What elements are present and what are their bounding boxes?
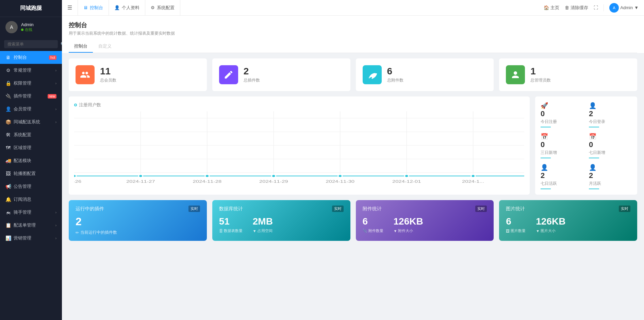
sidebar-item-label: 配送单管理 <box>14 222 53 228</box>
sidebar-item-label: 骑手管理 <box>14 209 53 215</box>
chart-legend: 注册用户数 <box>74 102 524 108</box>
search-input[interactable] <box>7 42 59 47</box>
image-stats-badge: 实时 <box>619 206 630 212</box>
plugins-label: 总插件数 <box>244 77 260 83</box>
login-icon: 👤 <box>589 102 632 109</box>
admins-label: 总管理员数 <box>530 77 551 83</box>
sidebar-item-rider[interactable]: 🏍 骑手管理 › <box>0 206 62 219</box>
svg-point-14 <box>271 175 276 177</box>
stat-divider <box>589 127 599 127</box>
attachment-size-icon: ▼ <box>394 229 397 233</box>
plugin-desc-icon: ✏ <box>76 230 79 235</box>
mid-row: 注册用户数 <box>69 96 637 195</box>
sidebar-item-notice[interactable]: 📢 公告管理 <box>0 180 62 193</box>
sidebar-item-deliverymod[interactable]: 🚚 配送模块 <box>0 154 62 167</box>
stat-card-members: 11 总会员数 <box>69 58 207 91</box>
stat-info-members: 11 总会员数 <box>100 67 116 83</box>
topbar-avatar: A <box>609 3 619 13</box>
svg-text:2024-11-27: 2024-11-27 <box>126 179 155 184</box>
sidebar-item-label: 控制台 <box>14 54 46 60</box>
topbar: ☰ 🖥 控制台 👤 个人资料 ⚙ 系统配置 🏠 主页 <box>62 0 644 16</box>
sidebar-item-dashboard[interactable]: 🖥 控制台 hot <box>0 51 62 64</box>
sidebar-item-label: 插件管理 <box>14 93 45 99</box>
calendar2-icon: 📅 <box>589 133 632 140</box>
plugin-icon: 🔌 <box>5 93 11 99</box>
today-register-num: 0 <box>541 109 583 118</box>
page-desc: 用于展示当前系统中的统计数据、统计报表及重要实时数据 <box>69 31 637 36</box>
user-menu[interactable]: A Admin ▼ <box>609 3 639 13</box>
tab-dashboard[interactable]: 控制台 <box>69 40 93 53</box>
sidebar-item-label: 轮播图配置 <box>14 171 56 177</box>
rocket-icon: 🚀 <box>541 102 583 109</box>
home-icon: 🏠 <box>544 5 549 10</box>
month-active-num: 2 <box>589 171 632 180</box>
three-day-label: 三日新增 <box>541 150 583 156</box>
members-label: 总会员数 <box>100 77 116 83</box>
sidebar-item-marketing[interactable]: 📊 营销管理 › <box>0 232 62 245</box>
sidebar-item-label: 会员管理 <box>14 106 53 112</box>
topbar-tab-profile[interactable]: 👤 个人资料 <box>109 0 145 16</box>
stat-card-admins: 1 总管理员数 <box>499 58 637 91</box>
members-icon-bg <box>76 65 95 84</box>
sidebar-user: A Admin 在线 <box>0 17 62 37</box>
menu-toggle-icon[interactable]: ☰ <box>67 4 72 11</box>
svg-point-15 <box>338 175 342 177</box>
today-login-num: 2 <box>589 109 632 118</box>
user2-icon: 👤 <box>541 164 583 171</box>
running-plugins-title: 运行中的插件 <box>76 206 104 212</box>
image-count: 6 🖼 图片数量 <box>506 216 526 233</box>
topbar-tab-dashboard[interactable]: 🖥 控制台 <box>78 0 109 16</box>
search-box[interactable]: 🔍 <box>4 40 58 48</box>
sidebar-item-label: 配送模块 <box>14 158 56 164</box>
plugins-icon-bg <box>219 65 238 84</box>
tab-custom[interactable]: 自定义 <box>93 40 117 53</box>
right-stat-7day-active: 👤 2 七日活跃 <box>541 164 583 189</box>
attachments-label: 总附件数 <box>387 77 403 83</box>
rider-icon: 🏍 <box>5 210 11 215</box>
sidebar-item-delivery[interactable]: 📦 同城配送系统 › <box>0 115 62 128</box>
user-info: Admin 在线 <box>21 22 34 32</box>
sidebar-item-permission[interactable]: 🔒 权限管理 › <box>0 77 62 90</box>
image-stats-title: 图片统计 <box>506 206 525 212</box>
topbar-tabs: 🖥 控制台 👤 个人资料 ⚙ 系统配置 <box>78 0 180 16</box>
svg-text:2024-1...: 2024-1... <box>462 179 484 184</box>
attachments-number: 6 <box>387 67 403 76</box>
three-day-num: 0 <box>541 140 583 149</box>
user-name: Admin <box>21 22 34 27</box>
bottom-card-header: 图片统计 实时 <box>506 206 630 212</box>
sidebar-item-label: 订阅消息 <box>14 196 56 202</box>
attachment-stats-pair: 6 📎 附件数量 126KB ▼ 附件大小 <box>363 216 487 233</box>
sidebar-item-deliveryorder[interactable]: 📋 配送单管理 › <box>0 219 62 232</box>
home-button[interactable]: 🏠 主页 <box>544 5 559 11</box>
svg-text:2024-11-30: 2024-11-30 <box>326 179 355 184</box>
chevron-right-icon: › <box>55 120 56 124</box>
stat-divider <box>589 189 599 189</box>
sidebar-item-general[interactable]: ⚙ 常规管理 › <box>0 64 62 77</box>
image-right-label: ▼ 图片大小 <box>536 228 565 233</box>
attachment-right-num: 126KB <box>394 216 423 227</box>
sidebar-item-subscribe[interactable]: 🔔 订阅消息 <box>0 193 62 206</box>
sidebar-item-region[interactable]: 🗺 区域管理 <box>0 141 62 154</box>
sidebar-item-label: 系统配置 <box>14 132 56 138</box>
db-space: 2MB ▼ 占用空间 <box>253 216 273 233</box>
trash-icon: 🗑 <box>565 5 569 10</box>
chart-card: 注册用户数 <box>69 96 530 195</box>
avatar: A <box>5 21 18 33</box>
db-stats-pair: 51 🗄 数据表数量 2MB ▼ 占用空间 <box>219 216 344 233</box>
clear-label: 清除缓存 <box>571 5 588 11</box>
attachments-icon-bg <box>363 65 382 84</box>
clear-cache-button[interactable]: 🗑 清除缓存 <box>565 5 588 11</box>
status-dot <box>21 29 23 31</box>
chart-svg: 11-26 2024-11-27 2024-11-28 2024-11-29 2… <box>74 111 524 186</box>
subscribe-icon: 🔔 <box>5 197 11 202</box>
sidebar-item-member[interactable]: 👤 会员管理 › <box>0 103 62 115</box>
hot-badge: hot <box>49 55 56 60</box>
sidebar-item-carousel[interactable]: 🖼 轮播图配置 <box>0 167 62 180</box>
fullscreen-button[interactable]: ⛶ <box>594 5 598 10</box>
topbar-tab-sysconfig[interactable]: ⚙ 系统配置 <box>145 0 180 16</box>
sidebar-item-sysconfig[interactable]: 🛠 系统配置 <box>0 128 62 141</box>
page-tabs: 控制台 自定义 <box>69 40 637 53</box>
chevron-right-icon: › <box>55 107 56 111</box>
sidebar-item-plugin[interactable]: 🔌 插件管理 new <box>0 90 62 103</box>
chevron-right-icon: › <box>55 224 56 227</box>
